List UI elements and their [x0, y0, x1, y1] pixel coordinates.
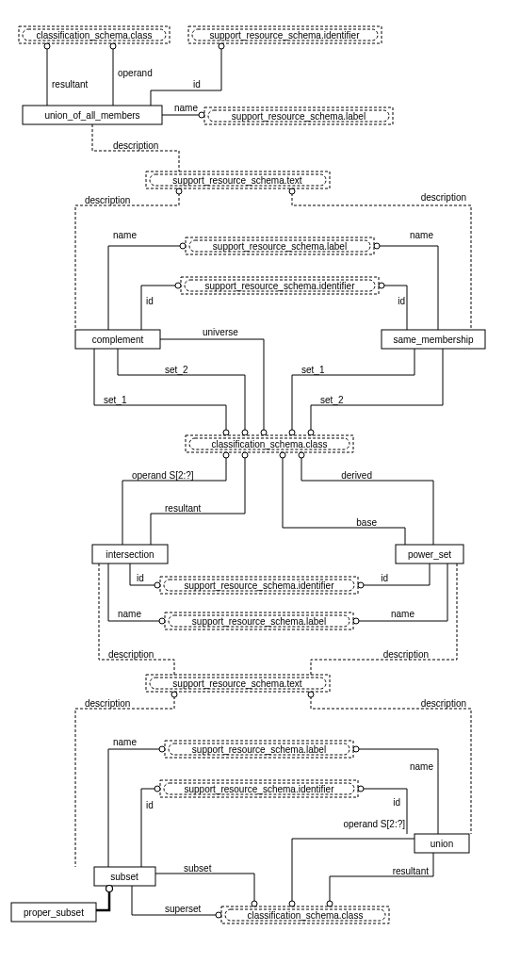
- svg-point-44: [299, 452, 304, 458]
- label-operand: operand: [118, 68, 153, 78]
- svg-point-36: [223, 430, 229, 435]
- svg-point-54: [358, 582, 364, 588]
- svg-text:support_resource_schema.text: support_resource_schema.text: [172, 678, 302, 689]
- label-name-uoam: name: [174, 103, 198, 113]
- type-support-resource-schema-text-top: support_resource_schema.text: [146, 172, 330, 188]
- svg-point-37: [289, 430, 295, 435]
- entity-power-set: power_set: [396, 545, 463, 564]
- svg-point-42: [223, 452, 229, 458]
- edge-description-subset: [75, 692, 174, 867]
- svg-text:classification_schema.class: classification_schema.class: [212, 439, 328, 449]
- svg-text:classification_schema.class: classification_schema.class: [248, 910, 364, 921]
- type-support-resource-schema-identifier-lower: support_resource_schema.identifier: [160, 577, 358, 594]
- svg-point-19: [289, 188, 295, 194]
- entity-complement: complement: [75, 330, 160, 349]
- label-operand-s-union: operand S[2:?]: [343, 819, 405, 829]
- svg-point-81: [106, 886, 113, 892]
- svg-point-35: [242, 430, 248, 435]
- edge-name-subset: [108, 749, 165, 867]
- label-derived-powerset: derived: [341, 470, 372, 481]
- svg-point-53: [154, 582, 160, 588]
- svg-point-64: [308, 692, 314, 697]
- type-support-resource-schema-label-bottom: support_resource_schema.label: [165, 741, 353, 758]
- svg-text:intersection: intersection: [106, 549, 154, 560]
- svg-text:classification_schema.class: classification_schema.class: [37, 30, 153, 41]
- svg-text:power_set: power_set: [408, 549, 451, 560]
- svg-point-86: [216, 912, 221, 918]
- label-id-complement: id: [146, 296, 154, 306]
- svg-text:support_resource_schema.label: support_resource_schema.label: [192, 744, 326, 755]
- edge-operand-s-intersection: [122, 452, 226, 545]
- svg-point-43: [242, 452, 248, 458]
- svg-point-28: [175, 283, 181, 288]
- type-support-resource-schema-label-lower: support_resource_schema.label: [165, 612, 353, 629]
- edge-description-union: [311, 692, 471, 834]
- edge-id-samemem: [379, 286, 407, 330]
- entity-same-membership: same_membership: [382, 330, 485, 349]
- edge-set2-samemem: [311, 349, 443, 435]
- svg-text:support_resource_schema.label: support_resource_schema.label: [232, 111, 366, 122]
- svg-text:complement: complement: [92, 335, 144, 345]
- svg-point-10: [219, 43, 224, 49]
- label-resultant-intersection: resultant: [165, 503, 202, 514]
- entity-union: union: [414, 834, 469, 853]
- label-set2-complement: set_2: [165, 365, 188, 375]
- label-operand-s-intersection: operand S[2:?]: [132, 470, 194, 481]
- edge-id-uoam: [151, 43, 221, 106]
- type-support-resource-schema-identifier-top: support_resource_schema.identifier: [188, 26, 382, 43]
- entity-proper-subset: proper_subset: [11, 903, 96, 922]
- edge-id-powerset: [358, 564, 430, 585]
- edge-resultant-intersection: [151, 452, 245, 545]
- svg-point-58: [159, 618, 165, 624]
- entity-intersection: intersection: [92, 545, 168, 564]
- label-base-powerset: base: [356, 517, 377, 528]
- svg-point-63: [171, 692, 177, 697]
- label-resultant-union: resultant: [393, 866, 430, 876]
- edge-id-intersection: [130, 564, 160, 585]
- svg-point-73: [154, 786, 160, 792]
- entity-subset: subset: [94, 867, 155, 886]
- edge-id-complement: [141, 286, 181, 330]
- label-set1-complement: set_1: [104, 395, 127, 405]
- label-id-powerset: id: [381, 573, 388, 583]
- svg-text:support_resource_schema.identi: support_resource_schema.identifier: [185, 580, 335, 591]
- label-name-union: name: [410, 761, 433, 772]
- svg-text:same_membership: same_membership: [393, 335, 473, 345]
- svg-point-45: [280, 452, 285, 458]
- svg-point-34: [261, 430, 267, 435]
- svg-point-85: [252, 901, 257, 906]
- svg-text:union_of_all_members: union_of_all_members: [44, 110, 139, 121]
- svg-point-18: [176, 188, 182, 194]
- svg-text:union: union: [431, 839, 453, 849]
- svg-point-38: [308, 430, 314, 435]
- edge-subset-attr: [155, 874, 254, 906]
- label-id-union: id: [393, 797, 400, 808]
- label-name-samemem: name: [410, 230, 433, 240]
- svg-text:support_resource_schema.label: support_resource_schema.label: [192, 616, 326, 627]
- svg-text:subset: subset: [110, 872, 138, 882]
- label-description-intersection: description: [108, 649, 154, 660]
- expressg-diagram: classification_schema.class support_reso…: [0, 0, 520, 980]
- svg-text:support_resource_schema.identi: support_resource_schema.identifier: [185, 784, 335, 794]
- svg-text:proper_subset: proper_subset: [24, 907, 84, 918]
- label-description-samemem: description: [421, 192, 466, 203]
- label-name-subset: name: [113, 737, 137, 747]
- label-set1-samemem: set_1: [301, 365, 325, 375]
- edge-set1-complement: [94, 349, 226, 435]
- entity-union-of-all-members: union_of_all_members: [23, 106, 162, 124]
- edge-resultant-union: [330, 853, 433, 906]
- svg-point-68: [159, 746, 165, 752]
- type-support-resource-schema-label-top: support_resource_schema.label: [204, 107, 393, 124]
- label-universe: universe: [203, 327, 238, 337]
- svg-text:support_resource_schema.identi: support_resource_schema.identifier: [205, 281, 356, 291]
- edge-name-complement: [108, 246, 186, 330]
- svg-point-87: [289, 901, 295, 906]
- label-description-subset: description: [85, 698, 130, 709]
- svg-point-8: [44, 43, 50, 49]
- label-name-complement: name: [113, 230, 137, 240]
- edge-description-complement: [75, 188, 179, 330]
- svg-point-24: [374, 243, 380, 249]
- label-name-intersection: name: [118, 609, 141, 619]
- svg-text:support_resource_schema.text: support_resource_schema.text: [172, 175, 302, 186]
- svg-text:support_resource_schema.label: support_resource_schema.label: [213, 241, 347, 252]
